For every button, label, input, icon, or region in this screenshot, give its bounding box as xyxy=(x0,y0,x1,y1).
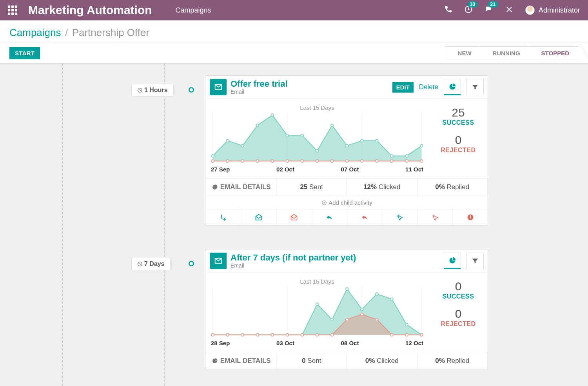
svg-point-21 xyxy=(420,144,423,147)
avatar-icon xyxy=(525,5,535,15)
start-button[interactable]: START xyxy=(9,47,40,59)
nav-campaigns[interactable]: Campaigns xyxy=(176,6,211,15)
timeline-line-left xyxy=(62,64,63,386)
rejected-count: 0 xyxy=(431,133,485,147)
svg-point-27 xyxy=(271,160,274,162)
pie-chart-icon xyxy=(212,184,218,190)
chart-tab-button[interactable] xyxy=(444,253,461,269)
status-running[interactable]: RUNNING xyxy=(481,46,530,60)
svg-point-29 xyxy=(301,160,303,162)
status-stopped[interactable]: STOPPED xyxy=(530,46,579,60)
filter-tab-button[interactable] xyxy=(466,253,484,269)
filter-icon xyxy=(471,83,479,91)
pie-chart-icon xyxy=(448,83,456,91)
svg-point-11 xyxy=(271,114,274,117)
phone-icon[interactable] xyxy=(444,5,452,15)
svg-point-32 xyxy=(346,160,348,162)
activity-channel: Email xyxy=(230,89,288,95)
filter-tab-button[interactable] xyxy=(466,79,484,95)
svg-point-30 xyxy=(316,160,319,162)
breadcrumb-current: Partnership Offer xyxy=(72,27,150,38)
activity-sparkline xyxy=(210,113,424,164)
svg-point-37 xyxy=(420,160,423,162)
svg-point-77 xyxy=(405,333,408,336)
svg-point-76 xyxy=(390,333,393,336)
svg-point-58 xyxy=(361,308,363,311)
svg-point-65 xyxy=(226,333,229,336)
svg-rect-41 xyxy=(470,218,471,219)
svg-point-28 xyxy=(286,160,289,162)
clock-icon xyxy=(137,261,143,267)
svg-point-26 xyxy=(256,160,259,162)
svg-point-7 xyxy=(211,155,214,157)
svg-point-23 xyxy=(211,160,214,162)
pie-chart-icon xyxy=(212,358,218,364)
delete-link[interactable]: Delete xyxy=(419,83,438,91)
discuss-icon[interactable]: 21 xyxy=(485,5,493,15)
email-details-button[interactable]: EMAIL DETAILS xyxy=(206,178,277,196)
status-new[interactable]: NEW xyxy=(446,46,481,60)
svg-point-66 xyxy=(241,333,244,336)
chart-range-label: Last 15 Days xyxy=(210,278,424,285)
svg-point-64 xyxy=(211,333,214,336)
status-bar: NEW RUNNING STOPPED xyxy=(446,46,579,60)
svg-point-72 xyxy=(331,333,334,336)
trigger-child-icon[interactable] xyxy=(206,209,241,225)
timeline-dot xyxy=(189,261,194,266)
trigger-mail-open-icon[interactable] xyxy=(241,209,277,225)
activities-icon[interactable]: 10 xyxy=(464,5,473,15)
svg-point-17 xyxy=(361,139,363,142)
activity-channel: Email xyxy=(230,262,356,269)
svg-point-74 xyxy=(361,313,363,316)
svg-point-34 xyxy=(376,160,378,162)
svg-point-35 xyxy=(390,160,393,162)
timeline-dot xyxy=(189,87,194,93)
trigger-not-click-icon[interactable] xyxy=(417,209,453,225)
add-child-activity[interactable]: Add child activity xyxy=(206,196,488,209)
svg-point-78 xyxy=(420,333,423,336)
breadcrumb: Campaigns / Partnership Offer xyxy=(0,20,588,43)
svg-rect-40 xyxy=(470,215,471,218)
user-name: Administrator xyxy=(539,6,580,15)
edit-button[interactable]: EDIT xyxy=(392,82,414,93)
activity-title[interactable]: Offer free trial xyxy=(230,79,288,89)
svg-marker-47 xyxy=(213,289,422,335)
pie-chart-icon xyxy=(448,257,456,264)
trigger-click-icon[interactable] xyxy=(382,209,417,225)
app-title: Marketing Automation xyxy=(28,4,152,17)
email-details-row: EMAIL DETAILS 25 Sent 12% Clicked 0% Rep… xyxy=(206,178,488,196)
trigger-bounce-icon[interactable] xyxy=(453,209,488,225)
svg-point-9 xyxy=(241,144,244,147)
email-details-row: EMAIL DETAILS 0 Sent 0% Clicked 0% Repli… xyxy=(206,352,488,370)
workflow-canvas: 1 Hours Offer free trial Email EDIT Dele… xyxy=(0,64,588,386)
breadcrumb-root[interactable]: Campaigns xyxy=(9,27,61,38)
svg-point-20 xyxy=(405,155,408,157)
svg-point-61 xyxy=(405,323,408,326)
svg-point-8 xyxy=(226,139,229,142)
trigger-reply-icon[interactable] xyxy=(312,209,347,225)
svg-point-15 xyxy=(331,124,334,127)
svg-point-33 xyxy=(361,160,363,162)
user-menu[interactable]: Administrator xyxy=(525,5,580,15)
activity-card: 7 Days After 7 days (if not partner yet)… xyxy=(206,249,488,370)
trigger-mail-not-open-icon[interactable] xyxy=(277,209,312,225)
svg-point-70 xyxy=(301,333,303,336)
svg-point-67 xyxy=(256,333,259,336)
filter-icon xyxy=(471,257,479,265)
success-count: 0 xyxy=(431,280,485,293)
timeline-line-main xyxy=(164,64,165,386)
apps-icon[interactable] xyxy=(8,5,17,15)
svg-point-55 xyxy=(316,303,319,306)
svg-point-56 xyxy=(331,318,334,321)
activity-title[interactable]: After 7 days (if not partner yet) xyxy=(230,253,356,262)
debug-icon[interactable] xyxy=(505,5,514,15)
email-details-button[interactable]: EMAIL DETAILS xyxy=(206,352,277,370)
svg-point-18 xyxy=(376,139,378,142)
chart-tab-button[interactable] xyxy=(444,79,461,95)
trigger-not-reply-icon[interactable] xyxy=(347,209,383,225)
svg-point-13 xyxy=(301,134,303,137)
svg-point-59 xyxy=(376,293,378,295)
svg-point-14 xyxy=(316,149,319,152)
svg-point-16 xyxy=(346,144,348,147)
svg-point-69 xyxy=(286,333,289,336)
